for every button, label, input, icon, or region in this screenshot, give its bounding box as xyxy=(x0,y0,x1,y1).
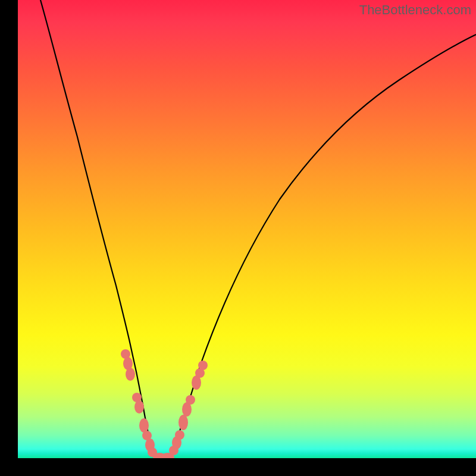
chart-svg xyxy=(18,0,476,458)
watermark-text: TheBottleneck.com xyxy=(359,2,471,18)
data-point xyxy=(139,418,149,433)
chart-gradient-area xyxy=(18,0,476,458)
data-point xyxy=(134,400,144,414)
data-point xyxy=(126,368,135,381)
bottleneck-curve xyxy=(40,0,476,458)
data-point xyxy=(198,361,208,370)
data-points-left-branch xyxy=(121,349,157,457)
data-point xyxy=(175,430,184,440)
data-point xyxy=(186,395,195,405)
data-points-right-branch xyxy=(169,361,208,455)
data-point xyxy=(178,415,188,430)
